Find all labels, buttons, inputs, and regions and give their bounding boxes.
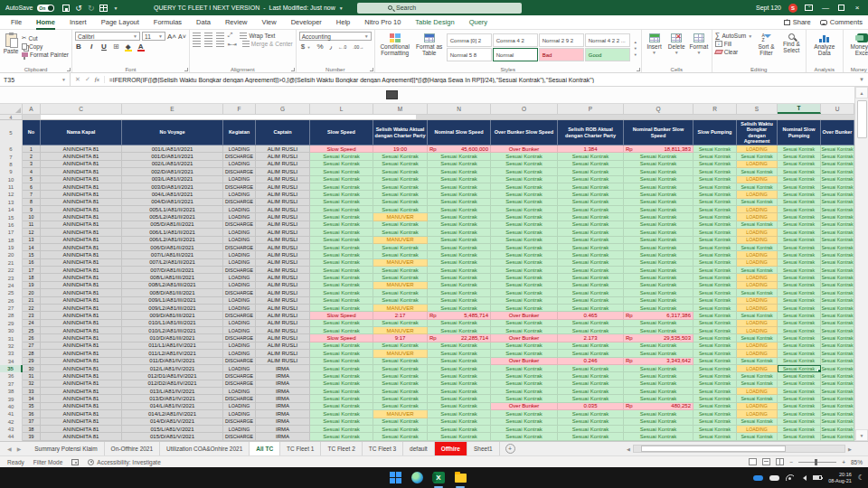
cell[interactable]: ALIM RUSLI [256, 161, 310, 168]
cell[interactable]: Sesuai Kontrak [693, 289, 737, 296]
cell[interactable]: Sesuai Kontrak [693, 221, 737, 229]
cell[interactable]: ANINDHITA 81 [41, 274, 122, 281]
macro-record-icon[interactable] [71, 459, 79, 465]
cell[interactable]: Sesuai Kontrak [693, 213, 737, 221]
cell[interactable]: Sesuai Kontrak [428, 161, 491, 168]
cell[interactable]: Sesuai Kontrak [737, 372, 778, 380]
cell[interactable]: Sesuai Kontrak [778, 343, 821, 350]
save-icon[interactable] [62, 5, 70, 12]
ribbon-tab-home[interactable]: Home [29, 15, 62, 30]
row-number-15[interactable]: 15 [0, 213, 23, 221]
cell[interactable]: ALIM RUSLI [256, 259, 310, 267]
cell[interactable]: Sesuai Kontrak [491, 267, 558, 274]
cell[interactable]: LOADING [223, 365, 256, 372]
cell[interactable]: Sesuai Kontrak [737, 433, 778, 440]
cell[interactable]: Sesuai Kontrak [428, 327, 491, 334]
table-header-E[interactable]: No Voyage [122, 120, 223, 145]
select-all-corner[interactable] [0, 104, 23, 114]
ribbon-tab-formulas[interactable]: Formulas [146, 15, 189, 30]
cell[interactable]: 014/L2/A81/IV/2021 [122, 410, 223, 418]
cell[interactable]: Sesuai Kontrak [778, 334, 821, 342]
cell[interactable]: ANINDHITA 81 [41, 380, 122, 388]
close-button[interactable]: × [852, 4, 863, 12]
cell[interactable]: Sesuai Kontrak [624, 191, 693, 198]
cell[interactable]: Sesuai Kontrak [624, 251, 693, 258]
cell[interactable]: Sesuai Kontrak [428, 305, 491, 312]
cell[interactable]: Sesuai Kontrak [373, 289, 428, 296]
row-number-25[interactable]: 25 [0, 289, 23, 296]
cell[interactable]: Sesuai Kontrak [373, 229, 428, 236]
table-header-T[interactable]: Nominal Slow Pumping [778, 120, 821, 145]
cell[interactable]: Sesuai Kontrak [491, 433, 558, 440]
hscroll-left-icon[interactable]: ◀ [624, 446, 633, 452]
cell[interactable]: ANINDHITA 81 [41, 282, 122, 289]
cell[interactable]: Sesuai Kontrak [693, 403, 737, 410]
cell[interactable]: Sesuai Kontrak [693, 350, 737, 357]
cell[interactable]: 010/L1/A81/III/2021 [122, 320, 223, 327]
quick-access-caret-icon[interactable]: ▼ [113, 5, 118, 11]
cell[interactable]: Sesuai Kontrak [778, 297, 821, 305]
cell[interactable]: Sesuai Kontrak [624, 388, 693, 395]
cell[interactable]: ANINDHITA 81 [41, 244, 122, 251]
cell[interactable]: Sesuai Kontrak [558, 244, 624, 251]
cell[interactable]: ALIM RUSLI [256, 153, 310, 160]
cell[interactable]: LOADING [223, 274, 256, 281]
row-number-29[interactable]: 29 [0, 320, 23, 327]
cell[interactable]: ANINDHITA 81 [41, 251, 122, 258]
cell[interactable]: 007/L2/A81/II/2021 [122, 259, 223, 267]
row-number-36[interactable]: 36 [0, 372, 23, 380]
cell[interactable]: Sesuai Kontrak [373, 274, 428, 281]
speaker-icon[interactable] [800, 475, 807, 481]
cloud-icon[interactable] [769, 475, 779, 481]
cell[interactable]: Sesuai Kontrak [491, 259, 558, 267]
restore-button[interactable] [838, 5, 844, 11]
ribbon-tab-nitro-pro-10[interactable]: Nitro Pro 10 [357, 15, 408, 30]
cell[interactable]: Sesuai Kontrak [558, 282, 624, 289]
ribbon-tab-data[interactable]: Data [189, 15, 218, 30]
cell[interactable]: Sesuai Kontrak [428, 426, 491, 433]
cell[interactable]: Sesuai Kontrak [491, 327, 558, 334]
cell-style-comma-4-2[interactable]: Comma 4 2 [493, 33, 538, 47]
cell[interactable]: IRMA [256, 403, 310, 410]
cell[interactable]: Sesuai Kontrak [310, 327, 373, 334]
cell[interactable]: LOADING [737, 259, 778, 267]
cell[interactable]: Sesuai Kontrak [737, 221, 778, 229]
cell[interactable]: Sesuai Kontrak [310, 358, 373, 365]
cell[interactable]: Sesuai Kontrak [310, 176, 373, 183]
sheet-tab-summary-potensi-klaim[interactable]: Summary Potensi Klaim [28, 442, 104, 455]
sheet-nav-left-icon[interactable]: ◀ [7, 446, 12, 452]
cell[interactable]: Sesuai Kontrak [693, 259, 737, 267]
cell[interactable]: LOADING [737, 176, 778, 183]
cell[interactable]: Sesuai Kontrak [428, 237, 491, 244]
column-header-N[interactable]: N [428, 104, 491, 114]
cell[interactable]: Sesuai Kontrak [491, 365, 558, 372]
cell[interactable]: Sesuai Kontrak [778, 433, 821, 440]
cell[interactable]: LOADING [737, 282, 778, 289]
page-layout-view-icon[interactable] [762, 458, 770, 465]
cell[interactable]: IRMA [256, 388, 310, 395]
row-number-27[interactable]: 27 [0, 305, 23, 312]
cell[interactable]: Sesuai Kontrak [428, 297, 491, 305]
cell[interactable]: 011/L2/A81/IV/2021 [122, 350, 223, 357]
cell[interactable]: 20 [23, 289, 41, 296]
bold-button[interactable]: B [75, 42, 82, 51]
new-sheet-button[interactable]: + [505, 444, 515, 454]
cell[interactable]: ANINDHITA 81 [41, 237, 122, 244]
cell[interactable]: Sesuai Kontrak [821, 237, 854, 244]
currency-format-icon[interactable]: $ ▼ [301, 42, 311, 51]
money-in-excel-button[interactable]: Money in Excel [846, 32, 868, 64]
row-number-30[interactable]: 30 [0, 327, 23, 334]
cell[interactable]: 22 [23, 305, 41, 312]
cell[interactable]: Sesuai Kontrak [558, 168, 624, 175]
cell[interactable]: Sesuai Kontrak [373, 358, 428, 365]
cell[interactable]: LOADING [223, 191, 256, 198]
cell[interactable]: Sesuai Kontrak [624, 282, 693, 289]
cell[interactable]: DISCHARGE [223, 334, 256, 342]
cell[interactable]: Sesuai Kontrak [310, 213, 373, 221]
cell[interactable]: LOADING [223, 327, 256, 334]
clear-button[interactable]: Clear [715, 49, 752, 55]
orientation-icon[interactable]: ⤢ [228, 32, 233, 39]
accessibility-status[interactable]: Accessibility: Investigate [88, 459, 160, 465]
cell[interactable]: Sesuai Kontrak [373, 251, 428, 258]
cell[interactable]: Sesuai Kontrak [821, 305, 854, 312]
